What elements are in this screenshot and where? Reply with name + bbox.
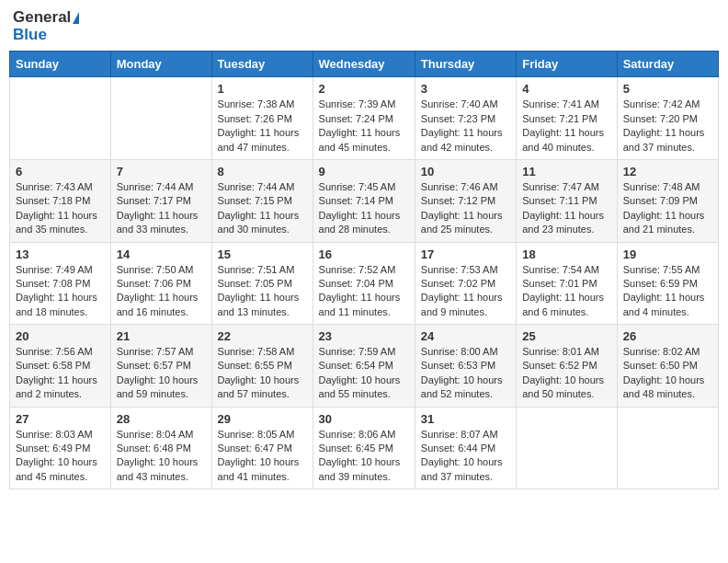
weekday-header-friday: Friday <box>517 52 617 77</box>
calendar-cell: 2Sunrise: 7:39 AM Sunset: 7:24 PM Daylig… <box>313 77 415 160</box>
calendar-cell: 22Sunrise: 7:58 AM Sunset: 6:55 PM Dayli… <box>211 325 313 408</box>
calendar-cell: 20Sunrise: 7:56 AM Sunset: 6:58 PM Dayli… <box>10 325 111 408</box>
day-info: Sunrise: 7:49 AM Sunset: 7:08 PM Dayligh… <box>16 263 105 320</box>
day-number: 13 <box>16 247 105 261</box>
calendar-cell: 18Sunrise: 7:54 AM Sunset: 7:01 PM Dayli… <box>517 242 617 325</box>
weekday-header-sunday: Sunday <box>10 52 111 77</box>
calendar-cell: 14Sunrise: 7:50 AM Sunset: 7:06 PM Dayli… <box>110 242 211 325</box>
calendar-week-row: 1Sunrise: 7:38 AM Sunset: 7:26 PM Daylig… <box>10 77 719 160</box>
day-info: Sunrise: 7:53 AM Sunset: 7:02 PM Dayligh… <box>421 263 510 320</box>
day-info: Sunrise: 7:45 AM Sunset: 7:14 PM Dayligh… <box>319 180 409 237</box>
day-info: Sunrise: 7:50 AM Sunset: 7:06 PM Dayligh… <box>117 263 206 320</box>
day-number: 3 <box>421 82 510 96</box>
calendar-cell: 16Sunrise: 7:52 AM Sunset: 7:04 PM Dayli… <box>313 242 415 325</box>
weekday-header-saturday: Saturday <box>617 52 718 77</box>
day-number: 21 <box>117 329 206 343</box>
weekday-header-monday: Monday <box>110 52 211 77</box>
calendar-cell: 12Sunrise: 7:48 AM Sunset: 7:09 PM Dayli… <box>617 159 718 242</box>
calendar-cell <box>517 407 617 489</box>
calendar-cell: 21Sunrise: 7:57 AM Sunset: 6:57 PM Dayli… <box>110 325 211 408</box>
logo: General Blue <box>13 9 79 43</box>
calendar-week-row: 20Sunrise: 7:56 AM Sunset: 6:58 PM Dayli… <box>10 325 719 408</box>
day-number: 4 <box>522 82 610 96</box>
day-number: 27 <box>16 412 105 426</box>
logo-blue: Blue <box>13 27 79 44</box>
day-number: 28 <box>117 412 206 426</box>
day-number: 26 <box>623 329 712 343</box>
day-number: 14 <box>117 247 206 261</box>
day-number: 22 <box>218 329 307 343</box>
calendar-cell: 27Sunrise: 8:03 AM Sunset: 6:49 PM Dayli… <box>10 407 111 489</box>
logo-general: General <box>13 9 79 27</box>
page-header: General Blue <box>9 9 719 43</box>
day-info: Sunrise: 8:01 AM Sunset: 6:52 PM Dayligh… <box>522 345 610 402</box>
calendar-cell: 19Sunrise: 7:55 AM Sunset: 6:59 PM Dayli… <box>617 242 718 325</box>
calendar-cell: 17Sunrise: 7:53 AM Sunset: 7:02 PM Dayli… <box>415 242 516 325</box>
day-info: Sunrise: 7:44 AM Sunset: 7:15 PM Dayligh… <box>218 180 307 237</box>
day-info: Sunrise: 7:39 AM Sunset: 7:24 PM Dayligh… <box>319 98 409 155</box>
calendar-cell: 8Sunrise: 7:44 AM Sunset: 7:15 PM Daylig… <box>211 159 313 242</box>
day-info: Sunrise: 7:56 AM Sunset: 6:58 PM Dayligh… <box>16 345 105 402</box>
day-info: Sunrise: 7:58 AM Sunset: 6:55 PM Dayligh… <box>218 345 307 402</box>
day-info: Sunrise: 7:54 AM Sunset: 7:01 PM Dayligh… <box>522 263 610 320</box>
calendar-week-row: 27Sunrise: 8:03 AM Sunset: 6:49 PM Dayli… <box>10 407 719 489</box>
day-info: Sunrise: 7:48 AM Sunset: 7:09 PM Dayligh… <box>623 180 712 237</box>
day-number: 23 <box>319 329 409 343</box>
weekday-header-wednesday: Wednesday <box>313 52 415 77</box>
day-info: Sunrise: 8:06 AM Sunset: 6:45 PM Dayligh… <box>319 428 409 485</box>
calendar-week-row: 13Sunrise: 7:49 AM Sunset: 7:08 PM Dayli… <box>10 242 719 325</box>
weekday-header-thursday: Thursday <box>415 52 516 77</box>
day-info: Sunrise: 7:52 AM Sunset: 7:04 PM Dayligh… <box>319 263 409 320</box>
calendar-cell: 1Sunrise: 7:38 AM Sunset: 7:26 PM Daylig… <box>211 77 313 160</box>
day-info: Sunrise: 7:59 AM Sunset: 6:54 PM Dayligh… <box>319 345 409 402</box>
calendar-cell: 13Sunrise: 7:49 AM Sunset: 7:08 PM Dayli… <box>10 242 111 325</box>
day-number: 16 <box>319 247 409 261</box>
day-number: 12 <box>623 165 712 178</box>
day-info: Sunrise: 8:00 AM Sunset: 6:53 PM Dayligh… <box>421 345 510 402</box>
day-number: 7 <box>117 165 206 178</box>
day-info: Sunrise: 8:03 AM Sunset: 6:49 PM Dayligh… <box>16 428 105 485</box>
day-number: 17 <box>421 247 510 261</box>
calendar-cell: 26Sunrise: 8:02 AM Sunset: 6:50 PM Dayli… <box>617 325 718 408</box>
weekday-header-tuesday: Tuesday <box>211 52 313 77</box>
day-number: 30 <box>319 412 409 426</box>
calendar-cell <box>110 77 211 160</box>
day-info: Sunrise: 7:46 AM Sunset: 7:12 PM Dayligh… <box>421 180 510 237</box>
day-info: Sunrise: 7:42 AM Sunset: 7:20 PM Dayligh… <box>623 98 712 155</box>
day-info: Sunrise: 7:40 AM Sunset: 7:23 PM Dayligh… <box>421 98 510 155</box>
calendar-cell: 3Sunrise: 7:40 AM Sunset: 7:23 PM Daylig… <box>415 77 516 160</box>
day-number: 5 <box>623 82 712 96</box>
calendar-cell <box>10 77 111 160</box>
day-number: 15 <box>218 247 307 261</box>
day-info: Sunrise: 8:02 AM Sunset: 6:50 PM Dayligh… <box>623 345 712 402</box>
day-number: 18 <box>522 247 610 261</box>
day-info: Sunrise: 8:07 AM Sunset: 6:44 PM Dayligh… <box>421 428 510 485</box>
calendar-cell <box>617 407 718 489</box>
day-info: Sunrise: 7:47 AM Sunset: 7:11 PM Dayligh… <box>522 180 610 237</box>
calendar-cell: 30Sunrise: 8:06 AM Sunset: 6:45 PM Dayli… <box>313 407 415 489</box>
day-info: Sunrise: 7:57 AM Sunset: 6:57 PM Dayligh… <box>117 345 206 402</box>
calendar-cell: 24Sunrise: 8:00 AM Sunset: 6:53 PM Dayli… <box>415 325 516 408</box>
day-number: 19 <box>623 247 712 261</box>
calendar-cell: 15Sunrise: 7:51 AM Sunset: 7:05 PM Dayli… <box>211 242 313 325</box>
day-info: Sunrise: 7:38 AM Sunset: 7:26 PM Dayligh… <box>218 98 307 155</box>
calendar-cell: 4Sunrise: 7:41 AM Sunset: 7:21 PM Daylig… <box>517 77 617 160</box>
day-number: 8 <box>218 165 307 178</box>
calendar-cell: 5Sunrise: 7:42 AM Sunset: 7:20 PM Daylig… <box>617 77 718 160</box>
day-info: Sunrise: 7:44 AM Sunset: 7:17 PM Dayligh… <box>117 180 206 237</box>
day-number: 24 <box>421 329 510 343</box>
day-number: 31 <box>421 412 510 426</box>
day-number: 20 <box>16 329 105 343</box>
calendar-cell: 10Sunrise: 7:46 AM Sunset: 7:12 PM Dayli… <box>415 159 516 242</box>
day-number: 11 <box>522 165 610 178</box>
day-number: 1 <box>218 82 307 96</box>
day-number: 25 <box>522 329 610 343</box>
day-info: Sunrise: 7:41 AM Sunset: 7:21 PM Dayligh… <box>522 98 610 155</box>
day-number: 9 <box>319 165 409 178</box>
day-info: Sunrise: 8:05 AM Sunset: 6:47 PM Dayligh… <box>218 428 307 485</box>
day-info: Sunrise: 7:51 AM Sunset: 7:05 PM Dayligh… <box>218 263 307 320</box>
calendar-cell: 29Sunrise: 8:05 AM Sunset: 6:47 PM Dayli… <box>211 407 313 489</box>
calendar-week-row: 6Sunrise: 7:43 AM Sunset: 7:18 PM Daylig… <box>10 159 719 242</box>
calendar-cell: 11Sunrise: 7:47 AM Sunset: 7:11 PM Dayli… <box>517 159 617 242</box>
day-info: Sunrise: 7:43 AM Sunset: 7:18 PM Dayligh… <box>16 180 105 237</box>
